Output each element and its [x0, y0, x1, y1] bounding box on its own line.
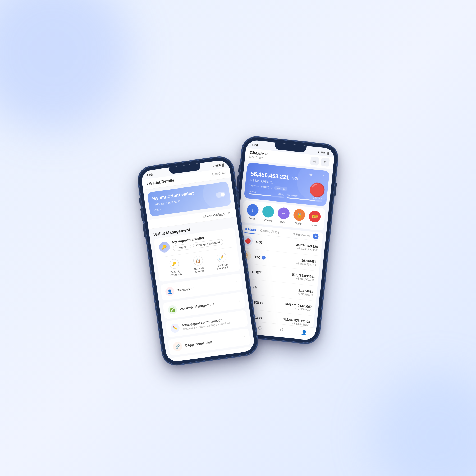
nav-market[interactable]: ⬡	[257, 325, 262, 333]
related-wallets-text: Related Wallet(s) : 2 ›	[201, 211, 232, 219]
qr-scan-button[interactable]: ⊞	[310, 156, 319, 166]
nav-history-icon: ↺	[279, 327, 284, 333]
trx-coin-graphic: 🔴	[308, 181, 326, 198]
camera-button[interactable]: ⧉	[321, 157, 330, 167]
backup-keystore-icon: 📋	[193, 255, 204, 266]
preference-label: Preference	[296, 232, 310, 237]
trx-amounts: 34,234,453.126 ≈$ 2,760,842,982	[295, 243, 318, 252]
backup-mnemonic[interactable]: 📝 Back Up mnemonic	[215, 252, 230, 270]
approval-chevron: ›	[239, 298, 241, 303]
left-status-time: 4:20	[146, 173, 153, 177]
approval-icon: ✅	[167, 305, 177, 315]
add-token-button[interactable]: +	[312, 233, 319, 239]
energy-label: Energy	[249, 190, 256, 193]
energy-resource: Energy 37/60	[249, 190, 285, 198]
wallet-toggle[interactable]	[216, 191, 226, 198]
backup-mnemonic-icon: 📝	[216, 252, 227, 263]
multisig-icon: ✏️	[170, 323, 180, 333]
multisig-chevron: ›	[241, 316, 243, 321]
energy-value: 37/60	[278, 193, 284, 196]
dapp-icon: 🔗	[172, 341, 182, 351]
stake-action[interactable]: 🔒 Stake	[292, 209, 306, 226]
header-title: Wallet Details	[149, 178, 175, 186]
vote-action[interactable]: 🎫 Vote	[308, 210, 321, 227]
wallet-avatar: 🔑	[158, 241, 170, 253]
rename-button[interactable]: Rename	[173, 243, 191, 251]
backup-key-icon: 🔑	[169, 259, 180, 269]
back-button[interactable]: ‹ Wallet Details	[146, 177, 175, 186]
left-status-icons: ▲ WiFi ▓	[212, 163, 224, 168]
right-status-time: 4:20	[251, 143, 258, 147]
stake-label: Stake	[295, 222, 302, 225]
swap-icon: ↔	[277, 207, 290, 219]
header-chain: MainChain	[212, 171, 226, 176]
btc-amounts: 30.810455 ≈$ 1555,934,813	[296, 258, 317, 267]
btt-amounts: 2648771.04328662 ≈$ 6.77419355	[284, 302, 312, 312]
nav-market-icon: ⬡	[258, 325, 262, 331]
trx-name: TRX	[255, 240, 262, 244]
tab-assets[interactable]: Assets	[244, 225, 257, 234]
trx-icon: 🔴	[242, 236, 253, 246]
vote-icon: 🎫	[308, 210, 321, 223]
bandwidth-label: Bandwidth	[287, 194, 298, 198]
user-info: Charlie ⇄ MainChain	[249, 150, 268, 160]
usdt-name: USDT	[252, 270, 262, 275]
eth-name: ETH	[250, 285, 257, 290]
preference-sort-icon: ⇅	[293, 232, 295, 236]
preference-button[interactable]: ⇅ Preference +	[293, 231, 319, 239]
balance-card: 👁 ↗ 56,456,453.221 TRX ≈ $3,951,951.71 T…	[244, 162, 329, 207]
nav-profile-icon: 👤	[301, 329, 307, 336]
stake-icon: 🔒	[293, 209, 306, 221]
send-label: Send	[249, 217, 255, 220]
balance-currency: TRX	[291, 176, 298, 181]
permission-icon: 👤	[165, 286, 175, 296]
backup-private-key[interactable]: 🔑 Back Up private key	[167, 258, 182, 277]
right-status-icons: ▲ WiFi ▓	[317, 150, 329, 154]
back-arrow-icon: ‹	[146, 181, 148, 186]
backup-key-label: Back Up private key	[169, 269, 182, 277]
multisig-text: Multi-signature transaction Request or p…	[182, 316, 239, 331]
permission-text: Permission	[177, 281, 234, 292]
approval-text: Approval Management	[180, 299, 236, 311]
expand-icon[interactable]: ↗	[321, 173, 325, 179]
nav-history[interactable]: ↺	[279, 327, 284, 335]
swap-label: Swap	[279, 220, 286, 224]
receive-action[interactable]: ↓ Receive	[261, 205, 274, 222]
receive-icon: ↓	[262, 205, 274, 218]
dapp-label: DApp Connection	[185, 336, 241, 347]
backup-mnemonic-label: Back Up mnemonic	[217, 263, 230, 270]
dapp-chevron: ›	[244, 335, 246, 340]
backup-keystore-label: Back Up keystore	[194, 266, 205, 273]
receive-label: Receive	[262, 218, 272, 222]
copy-icon[interactable]: ⧉	[178, 199, 180, 203]
btc-verified-badge: ✓	[262, 256, 266, 260]
send-action[interactable]: ↑ Send	[246, 204, 259, 221]
non-hd-badge: Non-HD	[274, 186, 287, 191]
btc-name: BTC ✓	[253, 255, 266, 260]
phones-container: 4:20 ▲ WiFi ▓ ‹ Wallet Details MainChain…	[143, 146, 333, 346]
header-actions: ⊞ ⧉	[310, 156, 330, 167]
dapp-text: DApp Connection	[185, 336, 241, 347]
usdt-amounts: 602,786.035091 ≈$ 606,000.199	[291, 273, 315, 282]
visibility-icon[interactable]: 👁	[309, 172, 314, 177]
nav-profile[interactable]: 👤	[301, 329, 307, 338]
address-copy-icon[interactable]: ⧉	[270, 186, 272, 189]
approval-label: Approval Management	[180, 299, 236, 311]
backup-keystore[interactable]: 📋 Back Up keystore	[193, 255, 205, 273]
permission-chevron: ›	[236, 280, 238, 285]
send-icon: ↑	[246, 204, 259, 216]
swap-icon[interactable]: ⇄	[265, 152, 268, 156]
permission-label: Permission	[177, 281, 234, 292]
swap-action[interactable]: ↔ Swap	[277, 207, 290, 224]
eth-amounts: 21.174682 ≈$ 85,885.35	[298, 288, 314, 296]
vote-label: Vote	[311, 223, 317, 227]
